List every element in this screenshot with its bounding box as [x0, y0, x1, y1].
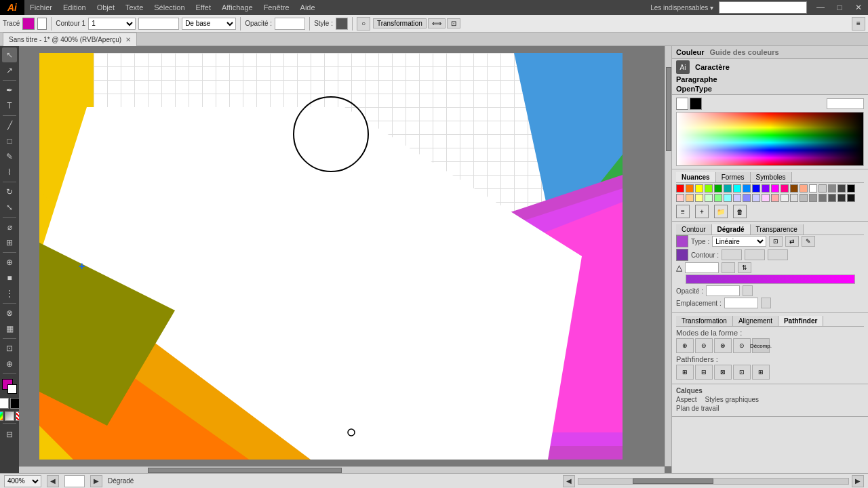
direct-selection-tool[interactable]: ↗	[2, 63, 17, 78]
pf-divide[interactable]: ⊞	[676, 365, 694, 380]
aspect-label[interactable]: Aspect	[676, 396, 697, 403]
selection-tool[interactable]: ↖	[2, 47, 17, 62]
swatch-skyblue[interactable]	[743, 184, 751, 192]
gradient-edit-btn[interactable]: ✎	[802, 236, 815, 247]
stroke-color-swatch[interactable]	[7, 384, 17, 394]
swatch-folder-btn[interactable]: 📁	[714, 205, 728, 218]
swatch-cyan[interactable]	[733, 184, 741, 192]
angle-value-input[interactable]: 74.3°	[685, 262, 719, 273]
swatch-lt11[interactable]	[771, 194, 779, 202]
gradient-reverse-btn[interactable]: ⇄	[785, 236, 799, 247]
swatch-lime[interactable]	[705, 184, 713, 192]
pf-intersect[interactable]: ⊗	[714, 338, 732, 353]
pf-minus-front[interactable]: ⊖	[695, 338, 713, 353]
pf-outline[interactable]: ⊞	[752, 365, 770, 380]
transformation-tab[interactable]: Transformation	[676, 316, 733, 326]
nav-next[interactable]: ▶	[90, 475, 102, 487]
black-swatch[interactable]	[690, 98, 702, 110]
stroke-swatch-small[interactable]	[37, 18, 47, 30]
menu-effet[interactable]: Effet	[191, 2, 216, 13]
menu-aide[interactable]: Aide	[295, 2, 321, 13]
emplacement-input[interactable]	[724, 298, 758, 308]
swatch-gray6[interactable]	[828, 194, 836, 202]
swatch-lt4[interactable]	[705, 194, 713, 202]
contour-tab[interactable]: Contour	[676, 224, 712, 235]
opentype-label[interactable]: OpenType	[676, 85, 712, 93]
swatch-brown[interactable]	[790, 184, 798, 192]
swatch-gray7[interactable]	[837, 194, 846, 202]
calques-label[interactable]: Calques	[676, 387, 703, 394]
style-swatch[interactable]	[336, 18, 348, 30]
swatch-green[interactable]	[714, 184, 722, 192]
transparence-tab[interactable]: Transparence	[751, 224, 804, 235]
swatch-red[interactable]	[676, 184, 684, 192]
swatch-magenta[interactable]	[771, 184, 779, 192]
swatch-gray8[interactable]	[847, 194, 855, 202]
swatch-gray5[interactable]	[818, 194, 827, 202]
angle-input-2[interactable]	[745, 249, 765, 260]
gradient-stop-swatch[interactable]	[676, 249, 688, 261]
gradient-flip-btn[interactable]: ⇅	[738, 262, 751, 273]
swatch-lt6[interactable]	[724, 194, 732, 202]
swatch-lt7[interactable]	[733, 194, 741, 202]
styles-graphiques-label[interactable]: Styles graphiques	[705, 396, 760, 403]
pathfinder-btn[interactable]: ⊡	[447, 18, 460, 28]
paragraphe-label[interactable]: Paragraphe	[676, 75, 717, 83]
pf-unite[interactable]: ⊕	[676, 338, 694, 353]
guide-tab[interactable]: Guide des couleurs	[710, 48, 779, 56]
swatch-blue[interactable]	[752, 184, 760, 192]
doc-tab-close[interactable]: ✕	[125, 36, 131, 43]
document-tab[interactable]: Sans titre - 1* @ 400% (RVB/Aperçu) ✕	[3, 33, 137, 46]
angle-spin-btn[interactable]	[722, 262, 735, 273]
vertical-scrollbar[interactable]	[665, 46, 671, 466]
type-tool[interactable]: T	[2, 98, 17, 113]
gradient-color-swatch[interactable]	[676, 235, 688, 247]
menu-fichier[interactable]: Fichier	[24, 2, 58, 13]
swatch-ltgray[interactable]	[818, 184, 827, 192]
warp-tool[interactable]: ⌀	[2, 220, 17, 235]
rect-tool[interactable]: □	[2, 134, 17, 148]
menu-objet[interactable]: Objet	[92, 2, 120, 13]
page-input[interactable]: 1	[64, 475, 85, 487]
zoom-select[interactable]: 400%	[4, 475, 41, 487]
swatch-lt10[interactable]	[762, 194, 770, 202]
fill-swatch[interactable]	[22, 18, 35, 30]
close-button[interactable]: ✕	[849, 0, 868, 15]
horizontal-scrollbar[interactable]	[19, 466, 665, 473]
swatch-teal[interactable]	[724, 184, 732, 192]
transform-btn[interactable]: Transformation	[373, 18, 427, 28]
eyedropper-tool[interactable]: ⋮	[2, 286, 17, 301]
line-tool[interactable]: ╱	[2, 118, 17, 133]
h-scroll-thumb[interactable]	[148, 468, 342, 473]
contour-select[interactable]: 1	[88, 18, 136, 30]
swatch-delete-btn[interactable]: 🗑	[733, 205, 747, 218]
shape-builder-tool[interactable]: ⊕	[2, 255, 17, 270]
panel-toggle-btn[interactable]: ≡	[852, 17, 865, 30]
menu-texte[interactable]: Texte	[120, 2, 149, 13]
couleur-tab[interactable]: Couleur	[676, 48, 705, 56]
stroke-style[interactable]	[138, 18, 179, 30]
h-scrollbar-bottom[interactable]	[578, 478, 849, 485]
color-hex-input[interactable]: 54DA20	[827, 98, 864, 109]
opacity-panel-input[interactable]	[706, 285, 740, 296]
h-scroll-thumb-bottom[interactable]	[633, 479, 713, 484]
color-spectrum[interactable]	[676, 112, 864, 166]
screen-mode-btn[interactable]: ⊟	[2, 427, 17, 442]
pen-tool[interactable]: ✒	[2, 83, 17, 98]
swatch-pink[interactable]	[781, 184, 789, 192]
swatch-gray3[interactable]	[800, 194, 808, 202]
emplacement-spin[interactable]	[761, 298, 771, 308]
minimize-button[interactable]: —	[811, 0, 830, 15]
swatch-tan[interactable]	[800, 184, 808, 192]
white-swatch[interactable]	[676, 98, 688, 110]
opacity-input[interactable]: 100%	[275, 18, 305, 30]
scroll-left[interactable]: ◀	[563, 475, 575, 487]
search-input[interactable]	[719, 1, 807, 14]
canvas-area[interactable]: +	[19, 46, 671, 473]
gradient-type-select[interactable]: Linéaire	[712, 236, 766, 247]
gradient-options-btn[interactable]: ⊡	[769, 236, 783, 247]
menu-affichage[interactable]: Affichage	[216, 2, 258, 13]
swatch-purple[interactable]	[762, 184, 770, 192]
plan-de-travail-label[interactable]: Plan de travail	[676, 405, 719, 412]
swatch-new-btn[interactable]: +	[695, 205, 709, 218]
